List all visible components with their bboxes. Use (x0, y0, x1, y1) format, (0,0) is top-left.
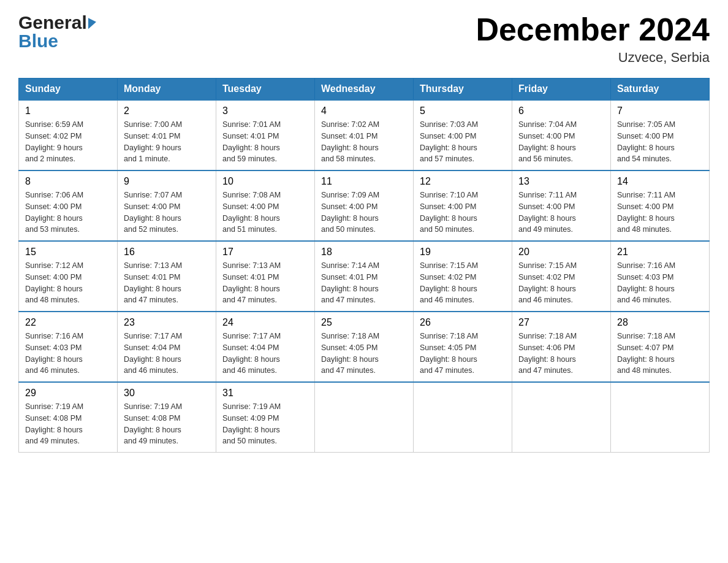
weekday-header-wednesday: Wednesday (315, 79, 414, 101)
calendar-cell: 23Sunrise: 7:17 AMSunset: 4:04 PMDayligh… (118, 312, 216, 382)
weekday-header-saturday: Saturday (611, 79, 710, 101)
day-number: 15 (25, 247, 111, 258)
calendar-week-row: 29Sunrise: 7:19 AMSunset: 4:08 PMDayligh… (19, 382, 710, 453)
day-info: Sunrise: 7:03 AMSunset: 4:00 PMDaylight:… (420, 119, 506, 165)
day-number: 17 (222, 247, 308, 258)
day-number: 31 (222, 388, 308, 399)
calendar-cell: 20Sunrise: 7:15 AMSunset: 4:02 PMDayligh… (512, 241, 611, 312)
day-info: Sunrise: 7:00 AMSunset: 4:01 PMDaylight:… (124, 119, 210, 165)
day-number: 4 (321, 105, 407, 117)
calendar-cell (512, 382, 611, 453)
calendar-cell: 25Sunrise: 7:18 AMSunset: 4:05 PMDayligh… (315, 312, 414, 382)
day-number: 16 (124, 247, 210, 258)
day-number: 30 (124, 388, 210, 399)
calendar-cell: 3Sunrise: 7:01 AMSunset: 4:01 PMDaylight… (216, 100, 315, 170)
day-info: Sunrise: 7:16 AMSunset: 4:03 PMDaylight:… (617, 260, 703, 306)
calendar-week-row: 22Sunrise: 7:16 AMSunset: 4:03 PMDayligh… (19, 312, 710, 382)
day-info: Sunrise: 7:13 AMSunset: 4:01 PMDaylight:… (222, 260, 308, 306)
day-info: Sunrise: 7:07 AMSunset: 4:00 PMDaylight:… (124, 190, 210, 236)
calendar-cell: 10Sunrise: 7:08 AMSunset: 4:00 PMDayligh… (216, 170, 315, 241)
day-info: Sunrise: 7:13 AMSunset: 4:01 PMDaylight:… (124, 260, 210, 306)
day-number: 24 (222, 317, 308, 328)
logo-blue-text: Blue (18, 31, 96, 52)
calendar-cell: 31Sunrise: 7:19 AMSunset: 4:09 PMDayligh… (216, 382, 315, 453)
day-info: Sunrise: 7:18 AMSunset: 4:07 PMDaylight:… (617, 331, 703, 377)
calendar-cell: 19Sunrise: 7:15 AMSunset: 4:02 PMDayligh… (414, 241, 512, 312)
day-number: 22 (25, 317, 111, 328)
day-info: Sunrise: 7:19 AMSunset: 4:08 PMDaylight:… (124, 401, 210, 447)
day-number: 18 (321, 247, 407, 258)
calendar-cell: 21Sunrise: 7:16 AMSunset: 4:03 PMDayligh… (611, 241, 710, 312)
calendar-week-row: 15Sunrise: 7:12 AMSunset: 4:00 PMDayligh… (19, 241, 710, 312)
day-number: 28 (617, 317, 703, 328)
day-info: Sunrise: 7:04 AMSunset: 4:00 PMDaylight:… (518, 119, 604, 165)
calendar-cell: 28Sunrise: 7:18 AMSunset: 4:07 PMDayligh… (611, 312, 710, 382)
calendar-body: 1Sunrise: 6:59 AMSunset: 4:02 PMDaylight… (19, 100, 710, 453)
day-number: 13 (518, 176, 604, 187)
day-number: 29 (25, 388, 111, 399)
calendar-week-row: 1Sunrise: 6:59 AMSunset: 4:02 PMDaylight… (19, 100, 710, 170)
calendar-cell: 11Sunrise: 7:09 AMSunset: 4:00 PMDayligh… (315, 170, 414, 241)
calendar-cell: 13Sunrise: 7:11 AMSunset: 4:00 PMDayligh… (512, 170, 611, 241)
calendar-cell: 6Sunrise: 7:04 AMSunset: 4:00 PMDaylight… (512, 100, 611, 170)
calendar-cell: 29Sunrise: 7:19 AMSunset: 4:08 PMDayligh… (19, 382, 118, 453)
day-info: Sunrise: 7:01 AMSunset: 4:01 PMDaylight:… (222, 119, 308, 165)
weekday-header-sunday: Sunday (19, 79, 118, 101)
day-number: 20 (518, 247, 604, 258)
day-number: 5 (420, 105, 506, 117)
day-number: 10 (222, 176, 308, 187)
day-number: 3 (222, 105, 308, 117)
calendar-cell: 7Sunrise: 7:05 AMSunset: 4:00 PMDaylight… (611, 100, 710, 170)
day-info: Sunrise: 7:18 AMSunset: 4:05 PMDaylight:… (420, 331, 506, 377)
calendar-table: SundayMondayTuesdayWednesdayThursdayFrid… (18, 78, 710, 453)
weekday-header-tuesday: Tuesday (216, 79, 315, 101)
calendar-cell: 12Sunrise: 7:10 AMSunset: 4:00 PMDayligh… (414, 170, 512, 241)
day-info: Sunrise: 7:19 AMSunset: 4:08 PMDaylight:… (25, 401, 111, 447)
day-number: 14 (617, 176, 703, 187)
day-info: Sunrise: 7:17 AMSunset: 4:04 PMDaylight:… (222, 331, 308, 377)
calendar-cell: 14Sunrise: 7:11 AMSunset: 4:00 PMDayligh… (611, 170, 710, 241)
calendar-cell: 4Sunrise: 7:02 AMSunset: 4:01 PMDaylight… (315, 100, 414, 170)
day-number: 12 (420, 176, 506, 187)
calendar-cell: 26Sunrise: 7:18 AMSunset: 4:05 PMDayligh… (414, 312, 512, 382)
month-title: December 2024 (476, 12, 710, 47)
day-number: 9 (124, 176, 210, 187)
day-number: 2 (124, 105, 210, 117)
calendar-cell: 18Sunrise: 7:14 AMSunset: 4:01 PMDayligh… (315, 241, 414, 312)
day-number: 8 (25, 176, 111, 187)
weekday-header-thursday: Thursday (414, 79, 512, 101)
day-number: 1 (25, 105, 111, 117)
day-info: Sunrise: 7:15 AMSunset: 4:02 PMDaylight:… (420, 260, 506, 306)
calendar-cell: 5Sunrise: 7:03 AMSunset: 4:00 PMDaylight… (414, 100, 512, 170)
calendar-cell (315, 382, 414, 453)
calendar-cell (414, 382, 512, 453)
day-info: Sunrise: 7:05 AMSunset: 4:00 PMDaylight:… (617, 119, 703, 165)
calendar-cell: 17Sunrise: 7:13 AMSunset: 4:01 PMDayligh… (216, 241, 315, 312)
day-info: Sunrise: 7:18 AMSunset: 4:05 PMDaylight:… (321, 331, 407, 377)
day-info: Sunrise: 7:06 AMSunset: 4:00 PMDaylight:… (25, 190, 111, 236)
logo-arrow-icon (88, 17, 96, 29)
calendar-header: SundayMondayTuesdayWednesdayThursdayFrid… (19, 79, 710, 101)
day-info: Sunrise: 7:09 AMSunset: 4:00 PMDaylight:… (321, 190, 407, 236)
calendar-cell: 8Sunrise: 7:06 AMSunset: 4:00 PMDaylight… (19, 170, 118, 241)
calendar-cell: 15Sunrise: 7:12 AMSunset: 4:00 PMDayligh… (19, 241, 118, 312)
day-info: Sunrise: 7:17 AMSunset: 4:04 PMDaylight:… (124, 331, 210, 377)
day-number: 25 (321, 317, 407, 328)
day-info: Sunrise: 7:19 AMSunset: 4:09 PMDaylight:… (222, 401, 308, 447)
day-info: Sunrise: 7:11 AMSunset: 4:00 PMDaylight:… (617, 190, 703, 236)
calendar-cell: 1Sunrise: 6:59 AMSunset: 4:02 PMDaylight… (19, 100, 118, 170)
day-info: Sunrise: 7:18 AMSunset: 4:06 PMDaylight:… (518, 331, 604, 377)
weekday-header-monday: Monday (118, 79, 216, 101)
day-number: 23 (124, 317, 210, 328)
day-number: 27 (518, 317, 604, 328)
location-title: Uzvece, Serbia (476, 50, 710, 66)
calendar-cell: 9Sunrise: 7:07 AMSunset: 4:00 PMDaylight… (118, 170, 216, 241)
calendar-cell: 22Sunrise: 7:16 AMSunset: 4:03 PMDayligh… (19, 312, 118, 382)
calendar-cell: 16Sunrise: 7:13 AMSunset: 4:01 PMDayligh… (118, 241, 216, 312)
day-info: Sunrise: 7:12 AMSunset: 4:00 PMDaylight:… (25, 260, 111, 306)
calendar-week-row: 8Sunrise: 7:06 AMSunset: 4:00 PMDaylight… (19, 170, 710, 241)
calendar-cell (611, 382, 710, 453)
day-info: Sunrise: 7:11 AMSunset: 4:00 PMDaylight:… (518, 190, 604, 236)
day-number: 6 (518, 105, 604, 117)
day-number: 19 (420, 247, 506, 258)
